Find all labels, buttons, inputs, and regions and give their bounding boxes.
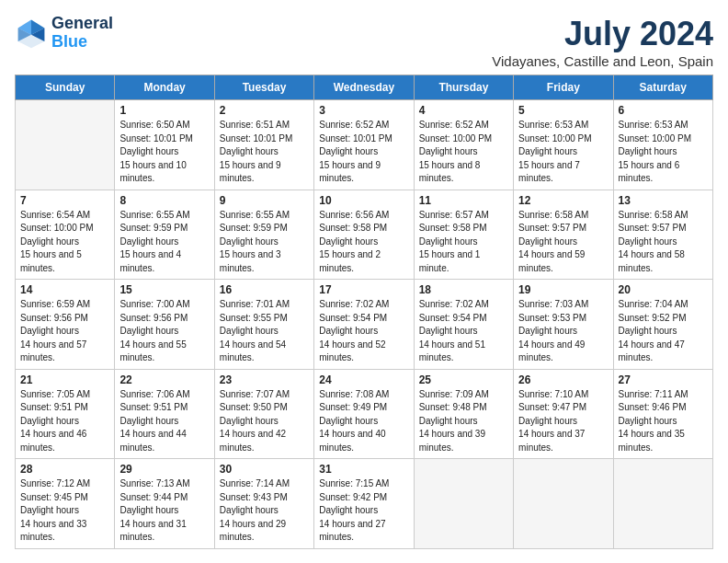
weekday-header-monday: Monday: [115, 75, 214, 100]
day-number: 17: [319, 283, 408, 296]
day-info: Sunrise: 7:03 AM Sunset: 9:53 PM Dayligh…: [518, 298, 608, 365]
day-info: Sunrise: 7:05 AM Sunset: 9:51 PM Dayligh…: [20, 388, 109, 455]
day-info: Sunrise: 6:59 AM Sunset: 9:56 PM Dayligh…: [20, 298, 109, 365]
day-info: Sunrise: 6:53 AM Sunset: 10:00 PM Daylig…: [619, 119, 708, 186]
day-number: 1: [119, 104, 209, 117]
page-header: GeneralBlue July 2024 Vidayanes, Castill…: [15, 15, 713, 69]
day-number: 18: [419, 283, 508, 296]
day-info: Sunrise: 6:50 AM Sunset: 10:01 PM Daylig…: [119, 119, 209, 186]
calendar-day-cell: 4 Sunrise: 6:52 AM Sunset: 10:00 PM Dayl…: [414, 100, 513, 190]
calendar-table: SundayMondayTuesdayWednesdayThursdayFrid…: [15, 75, 713, 549]
calendar-week-row: 14 Sunrise: 6:59 AM Sunset: 9:56 PM Dayl…: [16, 280, 713, 370]
calendar-week-row: 28 Sunrise: 7:12 AM Sunset: 9:45 PM Dayl…: [16, 459, 713, 549]
day-info: Sunrise: 6:52 AM Sunset: 10:00 PM Daylig…: [419, 119, 508, 186]
calendar-day-cell: 10 Sunrise: 6:56 AM Sunset: 9:58 PM Dayl…: [314, 190, 414, 280]
day-info: Sunrise: 7:14 AM Sunset: 9:43 PM Dayligh…: [220, 477, 309, 545]
calendar-day-cell: 23 Sunrise: 7:07 AM Sunset: 9:50 PM Dayl…: [214, 369, 313, 459]
day-info: Sunrise: 7:08 AM Sunset: 9:49 PM Dayligh…: [319, 388, 408, 455]
day-number: 24: [319, 373, 408, 386]
day-number: 13: [619, 194, 708, 207]
day-info: Sunrise: 7:10 AM Sunset: 9:47 PM Dayligh…: [518, 388, 608, 455]
day-number: 21: [20, 373, 109, 386]
day-info: Sunrise: 7:07 AM Sunset: 9:50 PM Dayligh…: [220, 388, 309, 455]
weekday-header-saturday: Saturday: [613, 75, 712, 100]
logo-name: GeneralBlue: [51, 15, 113, 52]
day-number: 19: [518, 283, 608, 296]
calendar-day-cell: 20 Sunrise: 7:04 AM Sunset: 9:52 PM Dayl…: [613, 280, 712, 370]
day-info: Sunrise: 7:06 AM Sunset: 9:51 PM Dayligh…: [119, 388, 209, 455]
weekday-header-tuesday: Tuesday: [214, 75, 313, 100]
day-info: Sunrise: 6:54 AM Sunset: 10:00 PM Daylig…: [20, 209, 109, 276]
day-info: Sunrise: 7:02 AM Sunset: 9:54 PM Dayligh…: [319, 298, 408, 365]
weekday-header-friday: Friday: [514, 75, 613, 100]
calendar-day-cell: 13 Sunrise: 6:58 AM Sunset: 9:57 PM Dayl…: [613, 190, 712, 280]
day-number: 22: [119, 373, 209, 386]
day-number: 20: [619, 283, 708, 296]
day-number: 11: [419, 194, 508, 207]
calendar-day-cell: [16, 100, 115, 190]
day-number: 3: [319, 104, 408, 117]
month-title: July 2024: [492, 15, 713, 53]
day-number: 15: [119, 283, 209, 296]
day-info: Sunrise: 6:55 AM Sunset: 9:59 PM Dayligh…: [220, 209, 309, 276]
day-info: Sunrise: 6:52 AM Sunset: 10:01 PM Daylig…: [319, 119, 408, 186]
day-number: 5: [518, 104, 608, 117]
day-number: 27: [619, 373, 708, 386]
calendar-day-cell: 18 Sunrise: 7:02 AM Sunset: 9:54 PM Dayl…: [414, 280, 513, 370]
calendar-day-cell: 12 Sunrise: 6:58 AM Sunset: 9:57 PM Dayl…: [514, 190, 613, 280]
calendar-day-cell: 19 Sunrise: 7:03 AM Sunset: 9:53 PM Dayl…: [514, 280, 613, 370]
day-number: 10: [319, 194, 408, 207]
day-number: 9: [220, 194, 309, 207]
calendar-day-cell: 1 Sunrise: 6:50 AM Sunset: 10:01 PM Dayl…: [115, 100, 214, 190]
calendar-day-cell: [414, 459, 513, 549]
day-number: 23: [220, 373, 309, 386]
calendar-day-cell: 15 Sunrise: 7:00 AM Sunset: 9:56 PM Dayl…: [115, 280, 214, 370]
calendar-week-row: 7 Sunrise: 6:54 AM Sunset: 10:00 PM Dayl…: [16, 190, 713, 280]
day-number: 28: [20, 463, 109, 476]
day-info: Sunrise: 7:01 AM Sunset: 9:55 PM Dayligh…: [220, 298, 309, 365]
title-block: July 2024 Vidayanes, Castille and Leon, …: [492, 15, 713, 69]
day-number: 12: [518, 194, 608, 207]
calendar-day-cell: 3 Sunrise: 6:52 AM Sunset: 10:01 PM Dayl…: [314, 100, 414, 190]
day-info: Sunrise: 7:09 AM Sunset: 9:48 PM Dayligh…: [419, 388, 508, 455]
day-info: Sunrise: 6:58 AM Sunset: 9:57 PM Dayligh…: [619, 209, 708, 276]
calendar-day-cell: 14 Sunrise: 6:59 AM Sunset: 9:56 PM Dayl…: [16, 280, 115, 370]
day-number: 31: [319, 463, 408, 476]
calendar-day-cell: 26 Sunrise: 7:10 AM Sunset: 9:47 PM Dayl…: [514, 369, 613, 459]
day-info: Sunrise: 7:02 AM Sunset: 9:54 PM Dayligh…: [419, 298, 508, 365]
calendar-day-cell: 8 Sunrise: 6:55 AM Sunset: 9:59 PM Dayli…: [115, 190, 214, 280]
day-info: Sunrise: 7:15 AM Sunset: 9:42 PM Dayligh…: [319, 477, 408, 545]
calendar-day-cell: [613, 459, 712, 549]
calendar-day-cell: 24 Sunrise: 7:08 AM Sunset: 9:49 PM Dayl…: [314, 369, 414, 459]
calendar-day-cell: 2 Sunrise: 6:51 AM Sunset: 10:01 PM Dayl…: [214, 100, 313, 190]
calendar-day-cell: 25 Sunrise: 7:09 AM Sunset: 9:48 PM Dayl…: [414, 369, 513, 459]
day-number: 16: [220, 283, 309, 296]
day-info: Sunrise: 6:57 AM Sunset: 9:58 PM Dayligh…: [419, 209, 508, 276]
calendar-week-row: 1 Sunrise: 6:50 AM Sunset: 10:01 PM Dayl…: [16, 100, 713, 190]
day-number: 2: [220, 104, 309, 117]
day-info: Sunrise: 6:58 AM Sunset: 9:57 PM Dayligh…: [518, 209, 608, 276]
calendar-day-cell: 9 Sunrise: 6:55 AM Sunset: 9:59 PM Dayli…: [214, 190, 313, 280]
calendar-day-cell: 7 Sunrise: 6:54 AM Sunset: 10:00 PM Dayl…: [16, 190, 115, 280]
day-number: 6: [619, 104, 708, 117]
calendar-day-cell: 28 Sunrise: 7:12 AM Sunset: 9:45 PM Dayl…: [16, 459, 115, 549]
calendar-day-cell: 21 Sunrise: 7:05 AM Sunset: 9:51 PM Dayl…: [16, 369, 115, 459]
day-number: 14: [20, 283, 109, 296]
day-number: 7: [20, 194, 109, 207]
day-info: Sunrise: 7:00 AM Sunset: 9:56 PM Dayligh…: [119, 298, 209, 365]
day-info: Sunrise: 7:13 AM Sunset: 9:44 PM Dayligh…: [119, 477, 209, 545]
calendar-day-cell: 11 Sunrise: 6:57 AM Sunset: 9:58 PM Dayl…: [414, 190, 513, 280]
day-number: 4: [419, 104, 508, 117]
calendar-day-cell: 16 Sunrise: 7:01 AM Sunset: 9:55 PM Dayl…: [214, 280, 313, 370]
calendar-week-row: 21 Sunrise: 7:05 AM Sunset: 9:51 PM Dayl…: [16, 369, 713, 459]
day-number: 29: [119, 463, 209, 476]
day-info: Sunrise: 6:56 AM Sunset: 9:58 PM Dayligh…: [319, 209, 408, 276]
day-number: 30: [220, 463, 309, 476]
weekday-header-wednesday: Wednesday: [314, 75, 414, 100]
day-info: Sunrise: 7:11 AM Sunset: 9:46 PM Dayligh…: [619, 388, 708, 455]
calendar-day-cell: 30 Sunrise: 7:14 AM Sunset: 9:43 PM Dayl…: [214, 459, 313, 549]
day-info: Sunrise: 7:12 AM Sunset: 9:45 PM Dayligh…: [20, 477, 109, 545]
calendar-day-cell: 5 Sunrise: 6:53 AM Sunset: 10:00 PM Dayl…: [514, 100, 613, 190]
day-info: Sunrise: 6:51 AM Sunset: 10:01 PM Daylig…: [220, 119, 309, 186]
weekday-header-row: SundayMondayTuesdayWednesdayThursdayFrid…: [16, 75, 713, 100]
